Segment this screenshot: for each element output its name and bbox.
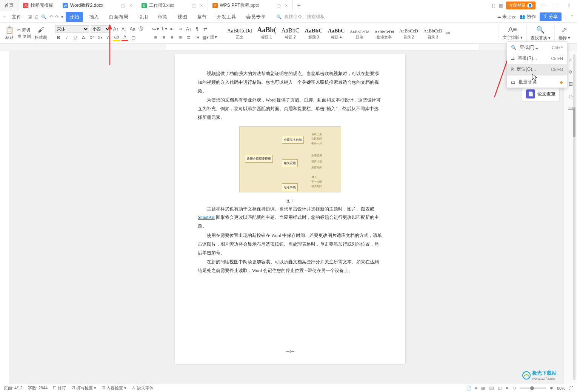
style-gallery[interactable]: AaBbCcDd正文 AaBb(标题 1 AaBbC标题 2 AaBbC标题 3… <box>225 25 450 41</box>
style-toc3[interactable]: AaBbCcD目录 3 <box>421 28 445 41</box>
document-tab-ppt[interactable]: P WPS PPT教程.pptx ▢ × <box>208 0 293 11</box>
copy-button[interactable]: 🗐 复制 <box>17 34 31 39</box>
cut-button[interactable]: ✂ 剪切 <box>17 27 31 33</box>
paste-group[interactable]: 📋 粘贴 <box>3 26 16 40</box>
missing-fonts[interactable]: ⚠ 缺失字体 <box>132 385 153 391</box>
style-toc2[interactable]: AaBbCcD目录 2 <box>397 28 420 41</box>
tab-insert[interactable]: 插入 <box>85 12 103 22</box>
style-caption[interactable]: AaBbCcDd题注 <box>348 29 371 41</box>
content-check-toggle[interactable]: ☑ 内容检查 ▾ <box>102 385 126 391</box>
shading-button[interactable]: ▦▾ <box>202 34 209 41</box>
decrease-indent-button[interactable]: ⇤ <box>169 26 175 32</box>
tab-close-icon[interactable]: × <box>285 3 288 8</box>
border-button[interactable]: 田▾ <box>210 34 217 41</box>
justify-button[interactable]: ≡ <box>177 34 184 41</box>
tab-review[interactable]: 审阅 <box>154 12 171 22</box>
command-search[interactable]: 🔍 查找命令、搜索模板 <box>276 14 325 20</box>
show-marks-button[interactable]: ¶ <box>194 26 200 32</box>
tab-close-icon[interactable]: × <box>129 3 132 8</box>
pointer-tool-icon[interactable]: ⬀ <box>569 57 572 63</box>
vertical-ruler[interactable] <box>0 51 9 384</box>
embedded-diagram[interactable]: 通用会议纪要模板 会议基本信息 相关议题 结论事项 会议主题 会议时间 参会人员… <box>239 126 341 192</box>
maximize-button[interactable]: ☐ <box>551 3 561 8</box>
tabs-button[interactable]: ⇄ <box>202 26 209 32</box>
view-print-icon[interactable]: ◫ <box>498 386 502 390</box>
view-read-icon[interactable]: 📖 <box>489 386 494 390</box>
style-heading2[interactable]: AaBbC标题 2 <box>279 26 302 41</box>
tab-pin-icon[interactable]: ▢ <box>192 3 196 8</box>
scrollbar[interactable] <box>573 54 575 380</box>
horizontal-ruler[interactable] <box>0 44 577 51</box>
zoom-in-button[interactable]: ⊕ <box>550 386 553 390</box>
bold-button[interactable]: B <box>55 34 62 41</box>
fit-width-icon[interactable]: ⇔ <box>505 386 509 390</box>
menu-icon[interactable]: ≡ <box>3 14 6 20</box>
document-tab-excel[interactable]: S 工作簿3.xlsx ▢ × <box>137 0 208 11</box>
zoom-slider[interactable] <box>520 387 546 389</box>
font-size-select[interactable]: 小四 <box>91 25 111 33</box>
superscript-button[interactable]: X² <box>88 34 95 41</box>
minimize-button[interactable]: — <box>539 3 548 8</box>
style-normal[interactable]: AaBbCcDd正文 <box>225 27 254 41</box>
decrease-font-icon[interactable]: A↓ <box>121 26 128 32</box>
underline-button[interactable]: U <box>72 34 78 41</box>
style-more-icon[interactable]: ≡▾ <box>445 31 450 36</box>
increase-indent-button[interactable]: ⇥ <box>177 26 184 32</box>
revision-toggle[interactable]: ☐ 修订 <box>53 385 66 391</box>
change-case-icon[interactable]: Aa <box>129 26 136 32</box>
view-web-icon[interactable]: ▦ <box>481 386 485 390</box>
settings-slider-icon[interactable]: ⚙ <box>568 69 572 75</box>
tab-close-icon[interactable]: × <box>200 3 203 8</box>
collapse-ribbon-icon[interactable]: ⌃ <box>570 14 574 20</box>
font-color-button[interactable]: A <box>122 34 128 41</box>
new-tab-button[interactable]: + <box>293 0 305 11</box>
highlight-button[interactable]: ab <box>113 34 120 41</box>
menu-replace[interactable]: ⇄替换(R)... Ctrl+H <box>507 53 567 64</box>
image-tool-icon[interactable]: 🖼 <box>568 81 573 87</box>
tab-view[interactable]: 视图 <box>174 12 191 22</box>
font-name-select[interactable]: 宋体 <box>55 25 89 33</box>
style-heading4[interactable]: AaBbC标题 4 <box>326 27 347 41</box>
target-icon[interactable]: ◎ <box>569 94 572 99</box>
layout-switcher-icon[interactable]: ⫿⫿ <box>491 3 496 8</box>
book-icon[interactable]: 📖 <box>568 106 573 111</box>
style-heading1[interactable]: AaBb(标题 1 <box>255 25 278 41</box>
menu-find[interactable]: 🔍查找(F)... Ctrl+F <box>507 42 567 53</box>
format-painter-button[interactable]: 🖌 格式刷 <box>32 26 49 40</box>
distribute-button[interactable]: ≣ <box>185 34 192 41</box>
scrollbar-thumb[interactable] <box>573 107 575 137</box>
paper-check-button[interactable]: 📄 论文查重 <box>522 87 560 101</box>
numbering-button[interactable]: ⒈▾ <box>160 26 167 32</box>
clear-format-icon[interactable]: Ⓐ <box>137 26 144 32</box>
align-left-button[interactable]: ≡ <box>152 34 159 41</box>
style-heading3[interactable]: AaBbC标题 3 <box>302 27 325 41</box>
document-canvas[interactable]: 视频提供了功能强大的方法帮助您证明您的观点。当您单击联机视频时，可以在想要添加的… <box>9 51 563 384</box>
find-replace-button[interactable]: 🔍 查找替换 ▾ <box>526 26 554 41</box>
char-border-button[interactable]: ▢ <box>130 34 137 41</box>
undo-icon[interactable]: ↶ <box>49 14 53 20</box>
cloud-status[interactable]: ☁ 未上云 <box>497 14 516 20</box>
style-comment[interactable]: AaBbCcDd批注文字 <box>372 29 396 41</box>
spellcheck-toggle[interactable]: ☑ 拼写检查 ▾ <box>71 385 96 391</box>
select-button[interactable]: ⬀ 选择 ▾ <box>554 26 574 41</box>
increase-font-icon[interactable]: A↑ <box>112 26 119 32</box>
line-spacing-button[interactable]: ↕▾ <box>194 34 200 41</box>
tab-section[interactable]: 章节 <box>193 12 211 22</box>
apps-icon[interactable]: ▦ <box>499 3 503 8</box>
word-count[interactable]: 字数: 2844 <box>28 385 48 391</box>
zoom-value[interactable]: 80% <box>557 386 565 390</box>
home-tab[interactable]: 首页 <box>0 0 18 11</box>
smartart-link[interactable]: SmartArt <box>198 215 215 220</box>
align-right-button[interactable]: ≡ <box>169 34 175 41</box>
strikethrough-button[interactable]: A̶ <box>80 34 87 41</box>
page-indicator[interactable]: 页面: 4/12 <box>4 385 23 391</box>
undo-dropdown-icon[interactable]: ▾ <box>61 14 63 20</box>
tab-start[interactable]: 开始 <box>66 12 83 22</box>
save-icon[interactable]: 🖫︎ <box>28 14 32 20</box>
collaborate-button[interactable]: 👥 协作 <box>520 14 535 20</box>
tab-member[interactable]: 会员专享 <box>242 12 269 22</box>
template-tab[interactable]: 壳 找稻壳模板 <box>18 0 58 11</box>
share-button[interactable]: ⇪分享 <box>540 12 562 21</box>
zoom-out-button[interactable]: ⊖ <box>512 386 516 390</box>
tab-pin-icon[interactable]: ▢ <box>277 3 281 8</box>
